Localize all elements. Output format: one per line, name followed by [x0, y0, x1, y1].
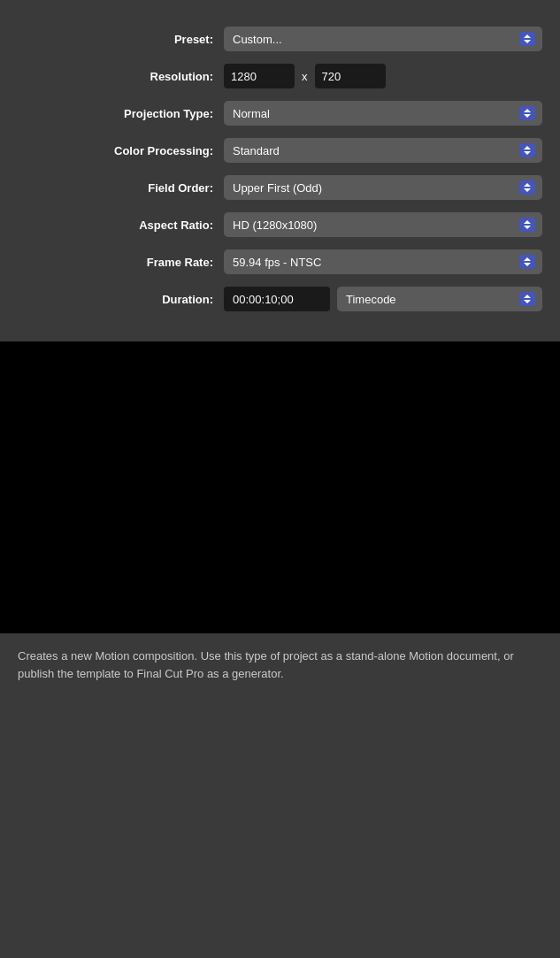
main-container: Preset: Custom... Resolution: x [0, 0, 560, 714]
aspect-ratio-value: HD (1280x1080) [233, 218, 317, 232]
projection-type-value: Normal [233, 107, 270, 120]
resolution-height-input[interactable] [315, 64, 386, 88]
proj-chevron-down-icon [524, 114, 531, 118]
frame-rate-row: Frame Rate: 59.94 fps - NTSC [18, 249, 542, 274]
resolution-row: Resolution: x [18, 64, 542, 88]
proj-chevron-up-icon [524, 109, 531, 112]
field-order-label: Field Order: [72, 181, 213, 195]
frame-chevron-down-icon [524, 263, 531, 266]
color-processing-control: Standard [224, 138, 542, 163]
field-chevron-down-icon [524, 188, 531, 192]
color-chevron-up-icon [524, 146, 531, 149]
field-order-value: Upper First (Odd) [233, 181, 322, 195]
field-order-control: Upper First (Odd) [224, 175, 542, 200]
preset-row: Preset: Custom... [18, 27, 542, 51]
frame-rate-control: 59.94 fps - NTSC [224, 249, 542, 274]
field-chevron-icon [519, 180, 535, 195]
projection-type-row: Projection Type: Normal [18, 101, 542, 126]
form-section: Preset: Custom... Resolution: x [0, 18, 560, 333]
aspect-ratio-row: Aspect Ratio: HD (1280x1080) [18, 212, 542, 237]
field-order-row: Field Order: Upper First (Odd) [18, 175, 542, 200]
frame-chevron-up-icon [524, 257, 531, 261]
aspect-ratio-control: HD (1280x1080) [224, 212, 542, 237]
resolution-control: x [224, 64, 542, 88]
frame-chevron-icon [519, 255, 535, 269]
field-chevron-up-icon [524, 183, 531, 187]
resolution-inputs: x [224, 64, 542, 88]
frame-rate-value: 59.94 fps - NTSC [233, 256, 321, 269]
duration-label: Duration: [72, 293, 213, 306]
preset-select[interactable]: Custom... [224, 27, 542, 51]
color-chevron-icon [519, 143, 535, 157]
frame-rate-select[interactable]: 59.94 fps - NTSC [224, 249, 542, 274]
aspect-ratio-label: Aspect Ratio: [72, 218, 213, 232]
projection-chevron-icon [519, 106, 535, 120]
resolution-width-input[interactable] [224, 64, 295, 88]
preview-area [0, 341, 560, 633]
aspect-chevron-down-icon [524, 226, 531, 229]
duration-control: Timecode [224, 287, 542, 311]
duration-row: Duration: Timecode [18, 287, 542, 311]
preset-value: Custom... [233, 33, 282, 46]
chevron-down-icon [524, 40, 531, 43]
color-processing-row: Color Processing: Standard [18, 138, 542, 163]
duration-inputs: Timecode [224, 287, 542, 311]
timecode-chevron-down-icon [524, 300, 531, 303]
frame-rate-label: Frame Rate: [72, 256, 213, 269]
preset-control: Custom... [224, 27, 542, 51]
preset-label: Preset: [72, 33, 213, 46]
preset-chevron-icon [519, 32, 535, 46]
color-processing-label: Color Processing: [72, 144, 213, 157]
description-area: Creates a new Motion composition. Use th… [0, 633, 560, 696]
aspect-ratio-select[interactable]: HD (1280x1080) [224, 212, 542, 237]
projection-type-select[interactable]: Normal [224, 101, 542, 126]
description-text: Creates a new Motion composition. Use th… [18, 648, 542, 682]
chevron-up-icon [524, 34, 531, 38]
duration-input[interactable] [224, 287, 330, 311]
timecode-value: Timecode [346, 293, 396, 306]
timecode-chevron-icon [519, 292, 535, 306]
aspect-chevron-icon [519, 218, 535, 232]
field-order-select[interactable]: Upper First (Odd) [224, 175, 542, 200]
color-processing-select[interactable]: Standard [224, 138, 542, 163]
color-chevron-down-icon [524, 151, 531, 155]
timecode-chevron-up-icon [524, 295, 531, 298]
resolution-separator: x [302, 70, 308, 83]
timecode-select[interactable]: Timecode [337, 287, 542, 311]
resolution-label: Resolution: [72, 70, 213, 83]
projection-type-label: Projection Type: [72, 107, 213, 120]
projection-type-control: Normal [224, 101, 542, 126]
color-processing-value: Standard [233, 144, 280, 157]
aspect-chevron-up-icon [524, 220, 531, 224]
